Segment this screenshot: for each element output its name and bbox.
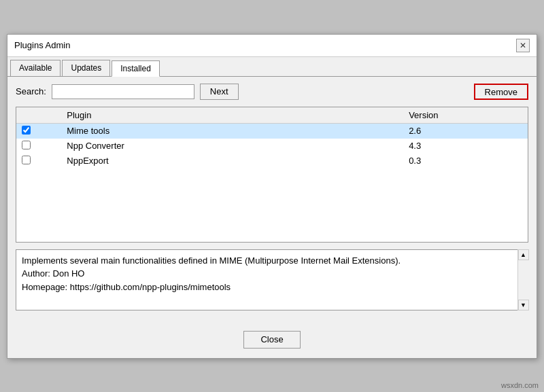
tab-bar: Available Updates Installed bbox=[7, 57, 537, 77]
description-container: Implements several main functionalities … bbox=[16, 249, 528, 310]
checkbox-col-header bbox=[16, 107, 61, 124]
description-box: Implements several main functionalities … bbox=[16, 249, 528, 310]
plugins-admin-dialog: Plugins Admin ✕ Available Updates Instal… bbox=[7, 34, 537, 359]
dialog-title: Plugins Admin bbox=[14, 40, 70, 50]
search-input[interactable] bbox=[52, 84, 194, 99]
tab-installed[interactable]: Installed bbox=[112, 60, 160, 77]
row-checkbox-cell bbox=[16, 139, 61, 154]
plugin-version-cell: 4.3 bbox=[403, 139, 528, 154]
plugin-version-cell: 2.6 bbox=[403, 123, 528, 139]
version-col-header: Version bbox=[403, 107, 528, 124]
window-close-button[interactable]: ✕ bbox=[516, 39, 530, 52]
title-bar: Plugins Admin ✕ bbox=[7, 35, 537, 57]
next-button[interactable]: Next bbox=[200, 84, 239, 100]
scroll-down-arrow[interactable]: ▼ bbox=[518, 300, 529, 310]
plugin-col-header: Plugin bbox=[61, 107, 403, 124]
table-row[interactable]: Mime tools 2.6 bbox=[16, 123, 528, 139]
table-row[interactable]: NppExport 0.3 bbox=[16, 154, 528, 168]
search-row: Search: Next Remove bbox=[16, 84, 528, 100]
tab-available[interactable]: Available bbox=[10, 60, 61, 76]
tab-updates[interactable]: Updates bbox=[62, 60, 110, 76]
search-label: Search: bbox=[16, 86, 46, 96]
close-button[interactable]: Close bbox=[243, 331, 300, 349]
watermark: wsxdn.com bbox=[501, 381, 539, 389]
plugin-table-container: Plugin Version Mime tools 2.6 bbox=[16, 107, 528, 243]
plugin-name-cell: NppExport bbox=[61, 154, 403, 168]
plugin-checkbox-nppexport[interactable] bbox=[22, 156, 31, 164]
plugin-name-cell: Npp Converter bbox=[61, 139, 403, 154]
plugin-checkbox-mimetools[interactable] bbox=[22, 126, 31, 135]
dialog-footer: Close bbox=[7, 325, 537, 358]
row-checkbox-cell bbox=[16, 123, 61, 139]
plugin-checkbox-nppconverter[interactable] bbox=[22, 141, 31, 149]
plugin-version-cell: 0.3 bbox=[403, 154, 528, 168]
plugin-name-cell: Mime tools bbox=[61, 123, 403, 139]
plugin-table: Plugin Version Mime tools 2.6 bbox=[16, 107, 528, 168]
scroll-up-arrow[interactable]: ▲ bbox=[518, 249, 529, 260]
dialog-content: Search: Next Remove Plugin Version bbox=[7, 77, 537, 325]
description-scrollbar: ▲ ▼ bbox=[517, 249, 528, 310]
remove-button[interactable]: Remove bbox=[474, 84, 528, 100]
description-text: Implements several main functionalities … bbox=[22, 255, 401, 292]
row-checkbox-cell bbox=[16, 154, 61, 168]
table-row[interactable]: Npp Converter 4.3 bbox=[16, 139, 528, 154]
